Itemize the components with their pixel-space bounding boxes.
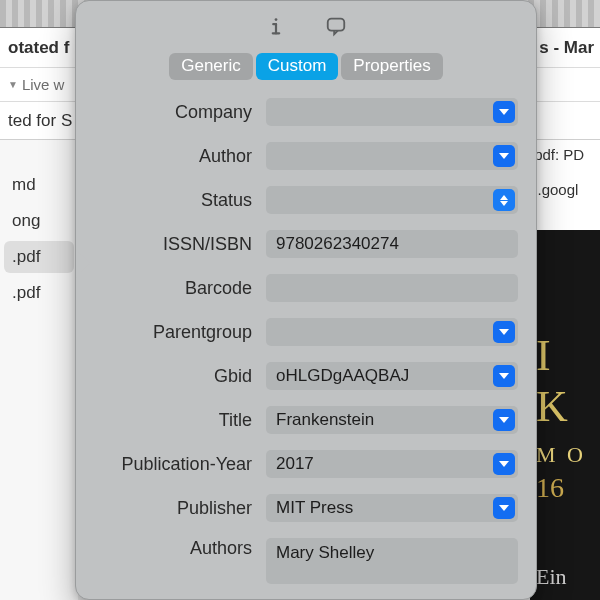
svg-rect-4 xyxy=(328,19,345,31)
field-label: Title xyxy=(94,410,266,431)
tab-custom[interactable]: Custom xyxy=(256,53,339,80)
field-value: Mary Shelley xyxy=(276,543,374,563)
field-label: ISSN/ISBN xyxy=(94,234,266,255)
field-row: AuthorsMary Shelley xyxy=(94,538,518,584)
title-input[interactable]: Frankenstein xyxy=(266,406,518,434)
field-label: Barcode xyxy=(94,278,266,299)
author-input[interactable] xyxy=(266,142,518,170)
authors-input[interactable]: Mary Shelley xyxy=(266,538,518,584)
field-label: Parentgroup xyxy=(94,322,266,343)
field-label: Status xyxy=(94,190,266,211)
sidebar-item[interactable]: md xyxy=(4,169,74,201)
field-value: 9780262340274 xyxy=(276,234,399,254)
tab-generic[interactable]: Generic xyxy=(169,53,253,80)
barcode-input[interactable] xyxy=(266,274,518,302)
field-row: Company xyxy=(94,98,518,126)
dropdown-chevron-icon[interactable] xyxy=(493,101,515,123)
info-icon[interactable] xyxy=(265,15,287,37)
dropdown-chevron-icon[interactable] xyxy=(493,453,515,475)
field-row: GbidoHLGDgAAQBAJ xyxy=(94,362,518,390)
bg-snippet-1: .pdf: PD xyxy=(530,146,596,163)
field-value: 2017 xyxy=(276,454,314,474)
field-value: oHLGDgAAQBAJ xyxy=(276,366,409,386)
dropdown-chevron-icon[interactable] xyxy=(493,321,515,343)
sidebar-item[interactable]: ong xyxy=(4,205,74,237)
book-caption-frag: Ein xyxy=(536,564,600,590)
dropdown-chevron-icon[interactable] xyxy=(493,497,515,519)
bg-right-snippets: .pdf: PD s.googl xyxy=(526,140,600,230)
status-input[interactable] xyxy=(266,186,518,214)
field-row: Author xyxy=(94,142,518,170)
field-label: Publication-Year xyxy=(94,454,266,475)
bg-breadcrumb-text: Live w xyxy=(22,76,65,93)
issn-isbn-input[interactable]: 9780262340274 xyxy=(266,230,518,258)
field-row: ISSN/ISBN9780262340274 xyxy=(94,230,518,258)
bg-sidebar: mdong.pdf.pdf xyxy=(0,140,78,600)
stepper-updown-icon[interactable] xyxy=(493,189,515,211)
field-value: MIT Press xyxy=(276,498,353,518)
field-label: Author xyxy=(94,146,266,167)
field-label: Authors xyxy=(94,538,266,559)
popover-header xyxy=(76,1,536,53)
field-label: Publisher xyxy=(94,498,266,519)
tab-properties[interactable]: Properties xyxy=(341,53,442,80)
field-row: PublisherMIT Press xyxy=(94,494,518,522)
publisher-input[interactable]: MIT Press xyxy=(266,494,518,522)
bg-title-left: otated f xyxy=(8,38,69,58)
field-label: Gbid xyxy=(94,366,266,387)
metadata-popover: GenericCustomProperties CompanyAuthorSta… xyxy=(75,0,537,600)
parentgroup-input[interactable] xyxy=(266,318,518,346)
sidebar-item[interactable]: .pdf xyxy=(4,241,74,273)
metadata-form: CompanyAuthorStatusISSN/ISBN978026234027… xyxy=(76,98,536,584)
dropdown-chevron-icon[interactable] xyxy=(493,145,515,167)
field-value: Frankenstein xyxy=(276,410,374,430)
dropdown-chevron-icon[interactable] xyxy=(493,409,515,431)
bg-book-cover: I K M O 16 Ein xyxy=(530,230,600,600)
chevron-down-icon: ▼ xyxy=(8,79,18,90)
book-number-frag: 16 xyxy=(536,472,600,504)
field-row: Barcode xyxy=(94,274,518,302)
field-row: Parentgroup xyxy=(94,318,518,346)
publication-year-input[interactable]: 2017 xyxy=(266,450,518,478)
bg-subtitle-left: ted for S xyxy=(8,111,72,131)
svg-point-0 xyxy=(275,18,278,21)
field-row: Status xyxy=(94,186,518,214)
bg-title-right: s - Mar xyxy=(539,38,594,58)
bg-snippet-2: s.googl xyxy=(530,181,596,198)
book-title-frag: I K xyxy=(536,330,600,432)
book-subtitle-frag: M O xyxy=(536,442,600,468)
sidebar-item[interactable]: .pdf xyxy=(4,277,74,309)
field-row: TitleFrankenstein xyxy=(94,406,518,434)
field-row: Publication-Year2017 xyxy=(94,450,518,478)
company-input[interactable] xyxy=(266,98,518,126)
field-label: Company xyxy=(94,102,266,123)
dropdown-chevron-icon[interactable] xyxy=(493,365,515,387)
tab-segmented-control: GenericCustomProperties xyxy=(76,53,536,98)
chat-bubble-icon[interactable] xyxy=(325,15,347,37)
gbid-input[interactable]: oHLGDgAAQBAJ xyxy=(266,362,518,390)
